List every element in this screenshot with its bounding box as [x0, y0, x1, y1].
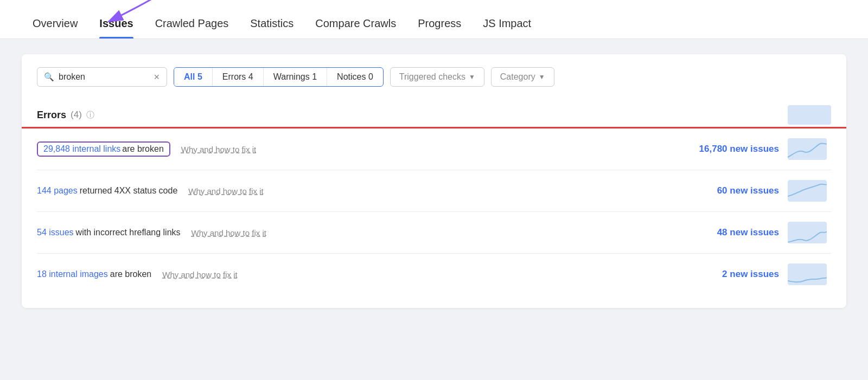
- errors-section-header: Errors (4) ⓘ: [37, 102, 831, 125]
- issue-text: are broken: [122, 144, 164, 154]
- nav-item-issues[interactable]: Issues: [88, 17, 144, 38]
- filter-tab-warnings[interactable]: Warnings 1: [264, 68, 327, 86]
- issue-content-cell: 29,848 internal links are broken Why and…: [37, 141, 699, 157]
- nav-item-crawled-pages[interactable]: Crawled Pages: [144, 17, 240, 38]
- issue-link[interactable]: 144 pages: [37, 186, 78, 196]
- errors-title: Errors: [37, 110, 66, 121]
- why-fix-link[interactable]: Why and how to fix it: [188, 186, 263, 196]
- clear-search-button[interactable]: ✕: [154, 73, 160, 81]
- search-input-value: broken: [59, 72, 149, 82]
- issue-row: 144 pages returned 4XX status code Why a…: [37, 170, 831, 212]
- issue-text: with incorrect hreflang links: [76, 228, 181, 237]
- issue-row: 18 internal images are broken Why and ho…: [37, 254, 831, 295]
- filter-tab-errors[interactable]: Errors 4: [213, 68, 264, 86]
- issue-link[interactable]: 54 issues: [37, 228, 74, 237]
- filter-bar: 🔍 broken ✕ All 5 Errors 4 Warnings 1 Not…: [37, 67, 831, 87]
- sparkline-chart: [788, 222, 831, 243]
- issues-list: 29,848 internal links are broken Why and…: [37, 128, 831, 295]
- info-icon[interactable]: ⓘ: [86, 110, 94, 120]
- sparkline-chart: [788, 180, 831, 202]
- new-issues-count: 60 new issues: [701, 185, 788, 196]
- chevron-down-icon-2: ▼: [539, 73, 545, 81]
- nav-item-progress[interactable]: Progress: [407, 17, 472, 38]
- issue-text: returned 4XX status code: [80, 186, 178, 196]
- sparkline-chart: [788, 138, 831, 160]
- issue-content-cell: 54 issues with incorrect hreflang links …: [37, 228, 701, 237]
- why-fix-link[interactable]: Why and how to fix it: [192, 228, 266, 237]
- nav-item-overview[interactable]: Overview: [22, 17, 88, 38]
- why-fix-link[interactable]: Why and how to fix it: [162, 270, 237, 279]
- main-content: 🔍 broken ✕ All 5 Errors 4 Warnings 1 Not…: [0, 39, 868, 323]
- filter-tab-all[interactable]: All 5: [174, 68, 213, 86]
- filter-tab-notices[interactable]: Notices 0: [327, 68, 383, 86]
- search-icon: 🔍: [44, 72, 54, 82]
- triggered-checks-dropdown[interactable]: Triggered checks ▼: [390, 67, 484, 87]
- search-box[interactable]: 🔍 broken ✕: [37, 67, 167, 87]
- nav-item-js-impact[interactable]: JS Impact: [472, 17, 542, 38]
- top-navigation: Overview Issues Crawled Pages Statistics…: [0, 0, 868, 39]
- issue-link[interactable]: 18 internal images: [37, 269, 108, 279]
- category-dropdown[interactable]: Category ▼: [491, 67, 554, 87]
- issue-link[interactable]: 29,848 internal links: [43, 144, 120, 154]
- issue-text: are broken: [110, 269, 152, 279]
- sparkline-chart: [788, 263, 831, 285]
- issue-content-cell: 18 internal images are broken Why and ho…: [37, 269, 701, 279]
- nav-item-statistics[interactable]: Statistics: [239, 17, 304, 38]
- why-fix-link[interactable]: Why and how to fix it: [181, 145, 256, 154]
- new-issues-count: 16,780 new issues: [699, 144, 788, 154]
- chevron-down-icon: ▼: [469, 73, 475, 81]
- issue-row: 54 issues with incorrect hreflang links …: [37, 212, 831, 254]
- nav-item-compare-crawls[interactable]: Compare Crawls: [304, 17, 407, 38]
- issue-content-cell: 144 pages returned 4XX status code Why a…: [37, 186, 701, 196]
- issue-row: 29,848 internal links are broken Why and…: [37, 128, 831, 170]
- errors-count: (4): [71, 110, 82, 120]
- errors-header-sparkline: [788, 105, 831, 125]
- new-issues-count: 2 new issues: [701, 269, 788, 280]
- new-issues-count: 48 new issues: [701, 227, 788, 238]
- filter-tabs: All 5 Errors 4 Warnings 1 Notices 0: [174, 67, 384, 87]
- issues-card: 🔍 broken ✕ All 5 Errors 4 Warnings 1 Not…: [22, 54, 846, 308]
